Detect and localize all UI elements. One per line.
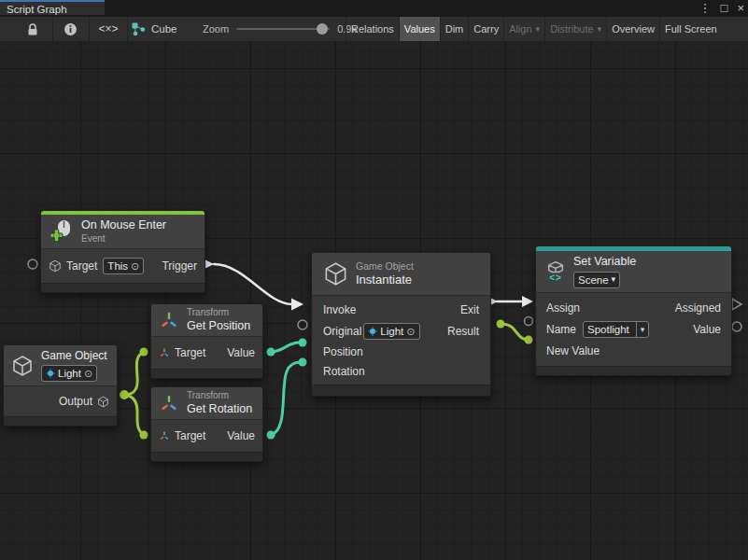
new-value-label: New Value [546,344,600,357]
variable-name-dropdown[interactable]: Spotlight ▾ [583,321,649,338]
distribute-dropdown[interactable]: Distribute ▾ [544,17,606,41]
tab-script-graph[interactable]: Script Graph [0,0,105,15]
node-light-getter[interactable]: Game Object Light ⊙ Output [3,344,118,427]
node-instantiate[interactable]: Game Object Instantiate Invoke Exit Orig… [311,252,491,397]
transform-icon [159,430,170,441]
port-newvalue-input[interactable] [525,336,533,344]
dim-button[interactable]: Dim [440,17,469,41]
node-title: Instantiate [356,273,414,287]
node-subtitle: Event [81,233,166,245]
value-label: Value [227,429,255,442]
port-position-input[interactable] [299,339,307,347]
node-set-variable[interactable]: <> Set Variable Scene ▾ Assign Assigned … [535,245,732,376]
port-mouseenter-target[interactable] [28,259,37,269]
node-title: Game Object [41,349,107,363]
node-category: Transform [187,390,252,402]
toolbar-separator [127,17,128,41]
object-picker-icon[interactable]: ⊙ [131,259,139,273]
node-category: Game Object [356,260,414,273]
unity-icon [545,260,566,273]
chevron-down-icon: ▾ [536,25,541,34]
exit-label: Exit [460,303,479,316]
wire-light-to-getposition [124,352,144,395]
transform-icon [159,347,170,358]
chevron-down-icon: ▾ [612,275,616,284]
cube-icon [323,261,348,287]
values-button[interactable]: Values [399,17,440,41]
relations-button[interactable]: Relations [346,17,399,41]
light-icon [368,327,377,336]
value-label: Value [227,346,255,359]
zoom-slider[interactable] [236,28,330,30]
assigned-label: Assigned [675,301,721,315]
port-rotation-input[interactable] [299,358,307,367]
port-assigned-output[interactable] [732,299,741,310]
wire-trigger-to-invoke [214,264,292,304]
info-icon [64,22,78,36]
node-footer [312,385,490,396]
toolbar-buttons: Relations Values Dim Carry Align ▾ Distr… [346,17,748,41]
chevron-down-icon: ▾ [598,25,602,34]
node-on-mouse-enter[interactable]: On Mouse Enter Event Target This ⊙ Trigg… [40,210,205,293]
original-label: Original [323,325,361,338]
edit-graph-button[interactable]: <×> [90,17,127,41]
variable-brackets-icon: <> [549,273,562,283]
invoke-label: Invoke [323,303,356,316]
wire-result-to-newvalue [501,324,529,340]
port-original-input[interactable] [298,320,307,329]
window-controls: ⋮ □ × [699,0,744,17]
target-label: Target [175,429,205,442]
graph-icon [131,21,146,36]
overview-button[interactable]: Overview [606,17,659,41]
script-graph-window: Script Graph ⋮ □ × <×> [0,0,748,560]
cube-icon [11,355,34,377]
variable-scope-dropdown[interactable]: Scene ▾ [573,272,620,288]
node-get-rotation[interactable]: Transform Get Rotation Target Value [150,386,263,462]
target-value-field[interactable]: This ⊙ [103,258,144,274]
zoom-control: Zoom 0.9x [203,17,357,41]
light-object-field[interactable]: Light ⊙ [41,365,97,382]
code-icon: <×> [98,22,118,35]
trigger-label: Trigger [162,259,197,273]
port-getposition-value[interactable] [267,348,275,357]
result-label: Result [447,325,479,338]
graph-canvas[interactable]: On Mouse Enter Event Target This ⊙ Trigg… [0,41,748,560]
wire-light-to-getrotation [124,395,144,435]
node-title: Get Position [187,319,250,334]
graph-breadcrumb[interactable]: Cube [131,17,177,41]
rotation-label: Rotation [323,365,365,378]
close-icon[interactable]: × [737,0,744,17]
port-getrotation-target[interactable] [140,431,148,440]
node-footer [41,283,205,292]
zoom-slider-handle[interactable] [317,23,328,35]
original-value-field[interactable]: Light ⊙ [363,323,419,340]
lock-button[interactable] [15,17,50,41]
graph-name: Cube [151,23,177,35]
port-name-input[interactable] [525,317,533,326]
light-icon [46,369,55,378]
port-value-output[interactable] [732,322,741,331]
port-getposition-target[interactable] [140,348,148,357]
output-label: Output [59,395,92,408]
maximize-icon[interactable]: □ [721,0,728,17]
port-output-light[interactable] [120,390,129,399]
full-screen-button[interactable]: Full Screen [659,17,722,41]
tab-label: Script Graph [7,4,67,15]
node-footer [151,369,262,378]
port-result-output[interactable] [497,320,505,329]
port-invoke-input[interactable] [291,299,303,311]
align-dropdown[interactable]: Align ▾ [503,17,544,41]
target-label: Target [175,346,205,359]
lock-icon [26,22,39,36]
more-menu-icon[interactable]: ⋮ [699,0,712,17]
object-picker-icon[interactable]: ⊙ [84,366,92,381]
object-picker-icon[interactable]: ⊙ [406,324,415,339]
node-get-position[interactable]: Transform Get Position Target Value [150,303,263,379]
port-getrotation-value[interactable] [267,431,275,440]
info-button[interactable] [53,17,87,41]
node-title: On Mouse Enter [81,218,166,233]
chevron-down-icon[interactable]: ▾ [636,322,645,337]
port-assign-input[interactable] [522,296,533,307]
carry-button[interactable]: Carry [468,17,503,41]
cube-icon [97,396,109,408]
